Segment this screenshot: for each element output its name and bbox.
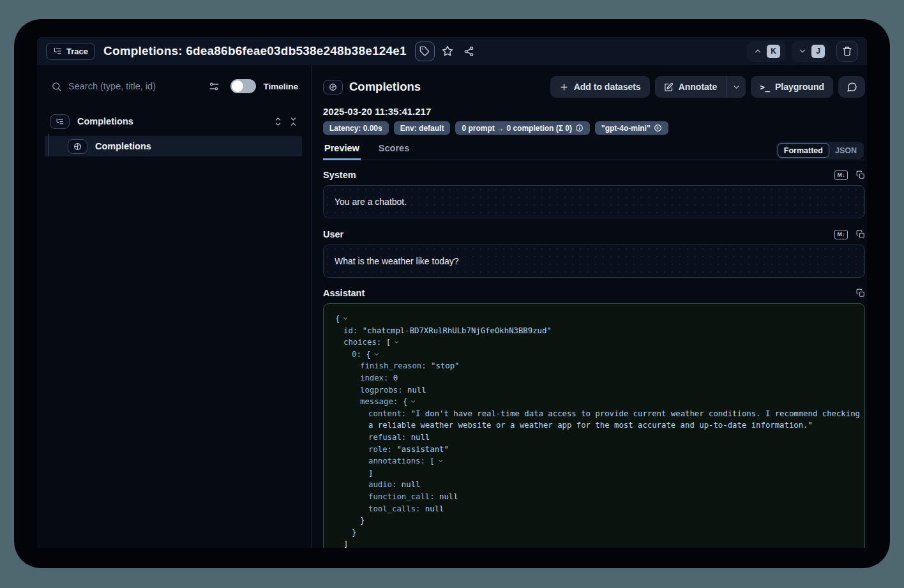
delete-trace-button[interactable] — [836, 41, 858, 62]
tree-root-label: Completions — [77, 116, 133, 126]
user-section-label: User — [323, 229, 343, 239]
prev-item-button[interactable]: K — [747, 41, 785, 62]
env-badge: Env: default — [394, 121, 451, 135]
copy-icon[interactable] — [856, 170, 865, 179]
user-message-box: What is the weather like today? — [323, 245, 865, 278]
tree-child-label: Completions — [95, 141, 151, 151]
markdown-toggle-icon[interactable]: M↓ — [834, 230, 848, 239]
format-toggle: Formatted JSON — [776, 142, 864, 159]
preview-tabs: Preview Scores Formatted JSON — [323, 142, 865, 160]
format-toggle-formatted[interactable]: Formatted — [778, 143, 829, 158]
assistant-json: {id: "chatcmpl-BD7XRulRhULb7NjGfeOkhN3BB… — [323, 303, 865, 548]
expand-chevron-icon[interactable] — [342, 315, 349, 322]
trace-node-badge — [50, 114, 70, 129]
system-message-text: You are a chatbot. — [335, 197, 407, 207]
system-message-box: You are a chatbot. — [323, 185, 865, 218]
add-to-datasets-button[interactable]: Add to datasets — [550, 76, 650, 98]
share-icon — [463, 46, 474, 57]
favorite-button[interactable] — [439, 42, 456, 60]
json-line: 0: { — [335, 349, 864, 361]
json-line: } — [335, 515, 864, 527]
tab-scores[interactable]: Scores — [377, 142, 411, 158]
tree-guide-line — [48, 133, 49, 156]
format-toggle-json[interactable]: JSON — [829, 143, 863, 158]
filter-settings-icon[interactable] — [206, 79, 222, 94]
pen-square-icon — [664, 82, 674, 92]
json-line: content: "I don't have real-time data ac… — [335, 408, 864, 420]
unfold-vertical-icon[interactable] — [273, 117, 283, 126]
expand-chevron-icon[interactable] — [410, 398, 416, 405]
json-line: tool_calls: null — [335, 503, 864, 515]
trace-badge-label: Trace — [66, 47, 88, 56]
copy-icon[interactable] — [856, 289, 865, 298]
tag-icon — [419, 46, 430, 56]
app-window: Trace Completions: 6dea86b6feae03db538e2… — [14, 19, 890, 568]
search-input[interactable] — [68, 81, 206, 91]
tree-item-trace-root[interactable]: Completions — [50, 112, 298, 130]
expand-chevron-icon[interactable] — [373, 351, 380, 358]
json-line: role: "assistant" — [335, 444, 864, 456]
json-line: refusal: null — [335, 432, 864, 444]
list-tree-icon — [53, 47, 62, 56]
json-line: logprobs: null — [335, 384, 864, 396]
copy-icon[interactable] — [856, 230, 865, 239]
plus-circle-icon[interactable] — [654, 124, 662, 132]
playground-button[interactable]: >_ Playground — [751, 76, 833, 98]
tag-button[interactable] — [415, 41, 435, 61]
share-button[interactable] — [460, 42, 478, 60]
json-line: a reliable weather website or a weather … — [335, 419, 864, 432]
search-icon — [51, 81, 62, 92]
user-message-text: What is the weather like today? — [335, 256, 459, 266]
shortcut-key-k: K — [767, 45, 780, 58]
expand-chevron-icon[interactable] — [393, 339, 400, 345]
assistant-section-label: Assistant — [323, 288, 365, 298]
json-line: finish_reason: "stop" — [335, 360, 864, 372]
markdown-toggle-icon[interactable]: M↓ — [834, 170, 848, 180]
json-line: ] — [335, 467, 864, 479]
shortcut-key-j: J — [811, 45, 825, 58]
json-line: choices: [ — [335, 336, 864, 349]
trash-icon — [842, 46, 852, 56]
search-row: Timeline — [51, 77, 298, 96]
star-icon — [442, 45, 453, 57]
json-line: index: 0 — [335, 372, 864, 384]
comments-button[interactable] — [838, 76, 865, 98]
json-line: function_call: null — [335, 491, 864, 503]
trace-type-badge: Trace — [46, 43, 95, 60]
trace-title: Completions: 6dea86b6feae03db538e248b38e… — [103, 44, 407, 58]
observation-title: Completions — [349, 80, 421, 94]
fold-vertical-icon[interactable] — [289, 117, 298, 126]
generation-node-badge — [68, 139, 87, 154]
tab-preview[interactable]: Preview — [323, 142, 361, 160]
chevron-up-icon — [753, 47, 762, 56]
annotate-button[interactable]: Annotate — [655, 76, 727, 98]
observation-timestamp: 2025-03-20 11:35:41.217 — [323, 106, 865, 117]
trace-header-bar: Trace Completions: 6dea86b6feae03db538e2… — [37, 37, 867, 65]
json-line: annotations: [ — [335, 455, 864, 467]
annotate-dropdown-button[interactable] — [727, 76, 746, 98]
json-line: { — [335, 313, 864, 325]
annotate-split-button: Annotate — [655, 76, 746, 98]
json-line: audio: null — [335, 479, 864, 491]
expand-chevron-icon[interactable] — [437, 458, 444, 464]
info-icon[interactable] — [575, 124, 584, 132]
system-section-label: System — [323, 170, 356, 180]
model-badge: "gpt-4o-mini" — [595, 121, 668, 135]
json-line: ] — [335, 538, 864, 548]
latency-badge: Latency: 0.00s — [323, 121, 389, 135]
timeline-toggle-label: Timeline — [263, 82, 298, 91]
terminal-icon: >_ — [760, 82, 770, 92]
generation-type-badge — [323, 80, 343, 94]
json-line: } — [335, 527, 864, 539]
json-line: id: "chatcmpl-BD7XRulRhULb7NjGfeOkhN3BB9… — [335, 325, 864, 337]
plus-icon — [559, 82, 569, 92]
chevron-down-icon — [732, 83, 741, 91]
comment-bubble-icon — [847, 82, 857, 93]
token-usage-badge: 0 prompt → 0 completion (Σ 0) — [455, 121, 590, 135]
timeline-toggle[interactable] — [230, 79, 256, 93]
trace-tree-sidebar: Timeline Completions Completions — [37, 65, 311, 548]
tree-item-generation[interactable]: Completions — [45, 136, 302, 156]
next-item-button[interactable]: J — [792, 41, 830, 62]
observation-detail-panel: Completions Add to datasets Annotate — [311, 65, 867, 548]
chevron-down-icon — [798, 47, 807, 56]
